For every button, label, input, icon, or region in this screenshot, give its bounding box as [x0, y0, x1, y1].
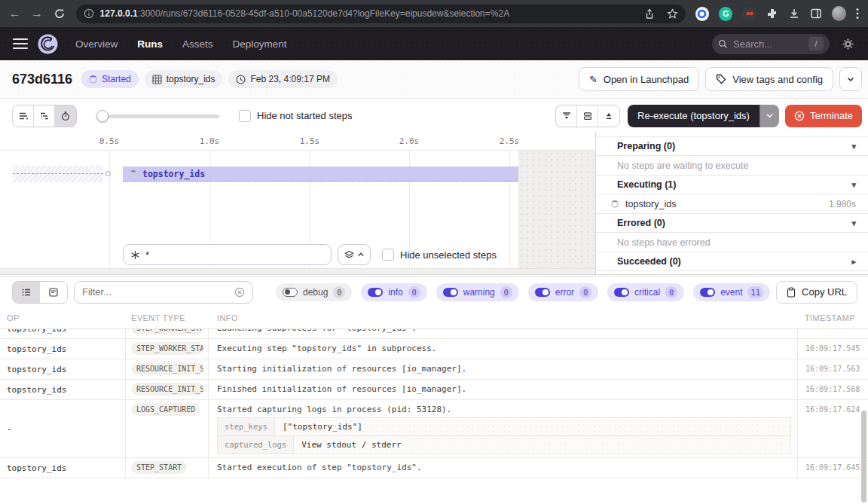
level-count-badge: 11: [747, 286, 763, 298]
browser-profile-avatar[interactable]: [832, 6, 846, 21]
log-row[interactable]: topstory_ids STEP_WORKER_STARTED Executi…: [0, 339, 868, 359]
view-tags-config-button[interactable]: View tags and config: [705, 67, 833, 91]
settings-gear-icon[interactable]: [842, 38, 854, 50]
level-toggle-debug[interactable]: debug 0: [276, 283, 352, 301]
terminate-button[interactable]: Terminate: [785, 105, 862, 127]
log-view-mode-group: [12, 281, 68, 304]
browser-reload-icon[interactable]: [53, 8, 66, 20]
nav-item-overview[interactable]: Overview: [75, 38, 118, 50]
job-name-tag[interactable]: topstory_ids: [145, 70, 223, 88]
level-toggle-event[interactable]: event 11: [693, 283, 770, 301]
dagster-logo[interactable]: [38, 34, 58, 54]
global-search[interactable]: Search... /: [712, 34, 830, 54]
hide-unselected-checkbox[interactable]: Hide unselected steps: [382, 249, 497, 261]
browser-menu-icon[interactable]: [856, 8, 859, 20]
collapse-filter-icon[interactable]: [556, 105, 577, 127]
eject-collapse-icon[interactable]: [598, 105, 619, 127]
executing-step-row[interactable]: topstory_ids 1.980s: [596, 194, 868, 213]
extension-icon[interactable]: [742, 7, 756, 21]
nav-item-runs[interactable]: Runs: [137, 38, 163, 50]
bookmark-star-icon[interactable]: [667, 8, 678, 20]
section-preparing-empty: No steps are waiting to execute: [596, 155, 868, 175]
toggle-icon: [443, 288, 458, 297]
view-waterfall-icon[interactable]: [34, 105, 55, 127]
reexecute-dropdown[interactable]: [760, 105, 779, 127]
axis-tick: 1.0s: [200, 136, 220, 146]
pending-step-box[interactable]: [13, 166, 103, 182]
level-toggle-info[interactable]: info 0: [361, 283, 426, 301]
downloads-icon[interactable]: [788, 8, 800, 20]
rows-icon[interactable]: [577, 105, 598, 127]
log-view-table-icon[interactable]: [13, 282, 40, 303]
reexecute-button[interactable]: Re-execute (topstory_ids): [628, 105, 760, 127]
level-toggle-critical[interactable]: critical 0: [607, 283, 684, 301]
level-toggle-warning[interactable]: warning 0: [436, 283, 519, 301]
view-timed-icon[interactable]: [55, 105, 76, 127]
address-bar[interactable]: 127.0.0.1:3000/runs/673d6116-0528-45df-a…: [76, 5, 686, 23]
slider-track: [96, 115, 219, 118]
pencil-icon: ✎: [589, 74, 598, 85]
view-flat-icon[interactable]: [13, 105, 34, 127]
col-header-event-type: EVENT TYPE: [126, 313, 209, 322]
log-scrollbar-thumb[interactable]: [861, 411, 866, 502]
hamburger-menu-icon[interactable]: [13, 35, 28, 52]
gantt-time-axis: 0.5s 1.0s 1.5s 2.0s 2.5s: [0, 133, 595, 151]
nav-item-deployment[interactable]: Deployment: [233, 38, 287, 50]
log-filter-input[interactable]: [82, 286, 234, 298]
share-icon[interactable]: [644, 8, 655, 20]
run-actions-dropdown-button[interactable]: [839, 67, 862, 91]
section-errored[interactable]: Errored (0)▾: [596, 213, 868, 232]
gantt-hscroll-track[interactable]: [0, 268, 595, 274]
hide-not-started-checkbox[interactable]: Hide not started steps: [239, 110, 352, 122]
slider-knob[interactable]: [96, 110, 108, 122]
section-preparing[interactable]: Preparing (0)▾: [596, 136, 868, 155]
event-type-pill: RESOURCE_INIT_SUCC…: [131, 383, 203, 396]
col-header-timestamp: TIMESTAMP: [797, 313, 868, 322]
grammarly-extension-icon[interactable]: G: [719, 7, 732, 21]
caret-down-icon: ▾: [851, 218, 856, 228]
copy-url-button[interactable]: Copy URL: [776, 281, 857, 304]
nav-item-assets[interactable]: Assets: [182, 38, 213, 50]
log-view-raw-icon[interactable]: [40, 282, 67, 303]
browser-back-icon[interactable]: ←: [8, 7, 22, 20]
graph-layers-button[interactable]: [338, 244, 371, 265]
step-selection-value[interactable]: [145, 249, 324, 261]
layers-icon: [344, 250, 354, 260]
toggle-icon: [700, 288, 715, 297]
log-filter-input-wrap[interactable]: [74, 281, 253, 304]
password-extension-icon[interactable]: [695, 7, 709, 21]
gantt-zoom-slider[interactable]: [96, 110, 219, 122]
checkbox-icon[interactable]: [382, 249, 394, 261]
gantt-step-bar[interactable]: topstory_ids: [123, 166, 518, 182]
log-table-body[interactable]: topstory_ids STEP_WORKER_STARTI… Launchi…: [0, 329, 868, 504]
section-succeeded[interactable]: Succeeded (0)▸: [596, 252, 868, 270]
step-selection-input[interactable]: [123, 244, 332, 265]
site-info-icon[interactable]: [84, 8, 94, 19]
open-in-launchpad-button[interactable]: ✎ Open in Launchpad: [579, 67, 699, 91]
section-executing[interactable]: Executing (1)▾: [596, 175, 868, 194]
level-toggle-error[interactable]: error 0: [528, 283, 598, 301]
log-row[interactable]: topstory_ids RESOURCE_INIT_STAR… Startin…: [0, 359, 868, 380]
caret-right-icon: ▸: [851, 257, 856, 267]
browser-forward-icon[interactable]: →: [29, 7, 44, 20]
col-header-op: OP: [0, 313, 126, 322]
side-panel-icon[interactable]: [810, 8, 822, 20]
event-log-table: OP EVENT TYPE INFO TIMESTAMP topstory_id…: [0, 307, 868, 504]
checkbox-icon[interactable]: [239, 110, 251, 122]
caret-down-icon: ▾: [851, 142, 856, 151]
gantt-canvas[interactable]: topstory_ids Hide unselected steps: [0, 151, 595, 268]
log-row[interactable]: topstory_ids STEP_WORKER_STARTI… Launchi…: [0, 329, 868, 339]
metadata-key: captured_logs: [218, 436, 294, 454]
step-status-panel: Preparing (0)▾ No steps are waiting to e…: [595, 133, 868, 274]
log-row[interactable]: - LOGS_CAPTURED Started capturing logs i…: [0, 400, 868, 458]
log-row[interactable]: topstory_ids STEP_START Started executio…: [0, 458, 868, 478]
clipboard-icon: [787, 287, 796, 298]
level-count-badge: 0: [500, 286, 512, 298]
log-row[interactable]: topstory_ids RESOURCE_INIT_SUCC… Finishe…: [0, 380, 868, 400]
captured-logs-link[interactable]: View stdout / stderr: [294, 436, 790, 454]
url-text: 127.0.0.1:3000/runs/673d6116-0528-45df-a…: [100, 8, 644, 19]
axis-tick: 2.5s: [500, 136, 520, 146]
clear-filter-icon[interactable]: [234, 287, 245, 298]
extensions-puzzle-icon[interactable]: [766, 8, 778, 20]
log-table-header: OP EVENT TYPE INFO TIMESTAMP: [0, 307, 868, 329]
